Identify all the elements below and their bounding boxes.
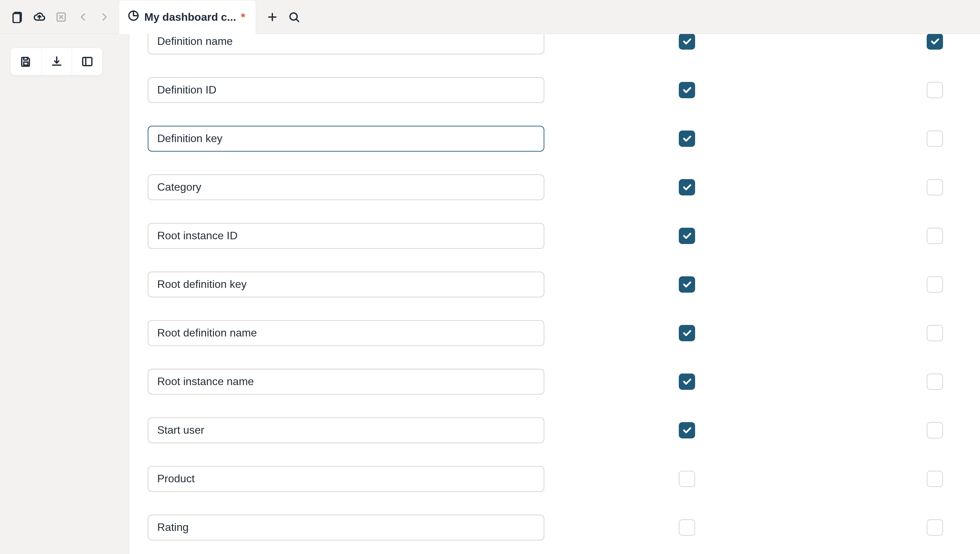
config-row: Product: [129, 454, 980, 503]
config-row: Definition key: [129, 114, 980, 163]
tab-dirty-indicator: *: [241, 11, 245, 24]
checkbox-cell-1: [544, 34, 741, 49]
checkbox-col2[interactable]: [927, 325, 943, 341]
field-label: Root definition key: [157, 278, 247, 291]
checkbox-col1[interactable]: [679, 325, 695, 341]
field-label: Product: [157, 473, 194, 485]
checkbox-cell-1: [544, 228, 741, 244]
checkbox-cell-2: [741, 131, 952, 147]
field-label: Start user: [157, 424, 204, 436]
checkbox-col2[interactable]: [927, 276, 943, 293]
checkbox-col1[interactable]: [679, 422, 695, 439]
config-row: Category: [129, 163, 980, 211]
tab-title: My dashboard c...: [144, 11, 236, 24]
config-row: Start user: [129, 406, 980, 454]
checkbox-col2[interactable]: [927, 82, 943, 98]
config-row: Root definition key: [129, 260, 980, 309]
checkbox-col2[interactable]: [927, 422, 943, 439]
field-label: Definition key: [157, 132, 223, 145]
checkbox-col1[interactable]: [679, 82, 695, 98]
checkbox-col2[interactable]: [927, 374, 943, 390]
checkbox-col1[interactable]: [679, 131, 695, 147]
field-input[interactable]: Start user: [148, 417, 544, 443]
config-row: Root instance name: [129, 357, 980, 406]
checkbox-cell-1: [544, 276, 741, 293]
pie-chart-icon: [127, 10, 140, 24]
checkbox-cell-1: [544, 422, 741, 439]
field-input[interactable]: Root instance ID: [148, 223, 544, 249]
field-input[interactable]: Rating: [148, 514, 544, 540]
config-row: Definition name: [129, 34, 980, 65]
checkbox-col1[interactable]: [679, 276, 695, 293]
save-button[interactable]: [11, 48, 41, 75]
field-label: Root instance ID: [157, 230, 238, 242]
checkbox-cell-2: [741, 179, 952, 195]
checkbox-cell-1: [544, 519, 741, 536]
checkbox-cell-2: [741, 422, 952, 439]
nav-forward-icon[interactable]: [94, 6, 115, 28]
checkbox-col2[interactable]: [927, 471, 943, 487]
checkbox-col1[interactable]: [679, 519, 695, 536]
svg-rect-1: [13, 13, 21, 22]
svg-rect-4: [24, 62, 28, 65]
checkbox-cell-1: [544, 179, 741, 195]
checkbox-col2[interactable]: [927, 228, 943, 244]
checkbox-col1[interactable]: [679, 471, 695, 487]
field-label: Definition ID: [157, 84, 216, 96]
checkbox-col2[interactable]: [927, 131, 943, 147]
toggle-panel-button[interactable]: [72, 48, 102, 75]
checkbox-cell-1: [544, 374, 741, 390]
mini-toolbar: [10, 48, 103, 75]
checkbox-col2[interactable]: [927, 519, 943, 536]
checkbox-cell-1: [544, 82, 741, 98]
config-row: Root definition name: [129, 309, 980, 357]
field-input[interactable]: Category: [148, 174, 544, 200]
sidebar: [0, 34, 129, 554]
cloud-upload-icon[interactable]: [29, 6, 50, 28]
checkbox-cell-2: [741, 228, 952, 244]
field-input[interactable]: Definition key: [148, 126, 544, 152]
checkbox-cell-1: [544, 131, 741, 147]
checkbox-col1[interactable]: [679, 179, 695, 195]
tab-bar: My dashboard c... *: [0, 0, 980, 34]
field-label: Rating: [157, 521, 189, 533]
svg-rect-5: [83, 57, 92, 65]
field-label: Root definition name: [157, 327, 257, 339]
download-button[interactable]: [41, 48, 72, 75]
checkbox-col1[interactable]: [679, 228, 695, 244]
checkbox-col1[interactable]: [679, 374, 695, 390]
config-row: Root instance ID: [129, 211, 980, 260]
checkbox-col2[interactable]: [927, 34, 943, 49]
field-input[interactable]: Root definition key: [148, 271, 544, 297]
active-tab[interactable]: My dashboard c... *: [119, 0, 256, 34]
checkbox-col1[interactable]: [679, 34, 695, 49]
drafts-icon[interactable]: [7, 6, 29, 28]
checkbox-cell-2: [741, 471, 952, 487]
checkbox-cell-2: [741, 276, 952, 293]
checkbox-col2[interactable]: [927, 179, 943, 195]
nav-back-icon[interactable]: [72, 6, 94, 28]
field-label: Category: [157, 181, 201, 193]
config-row: Definition ID: [129, 65, 980, 114]
config-row: Rating: [129, 503, 980, 552]
field-input[interactable]: Definition ID: [148, 77, 544, 103]
field-input[interactable]: Root instance name: [148, 369, 544, 394]
field-label: Definition name: [157, 35, 232, 48]
new-tab-button[interactable]: [261, 6, 283, 28]
field-label: Root instance name: [157, 375, 254, 388]
config-panel: Definition nameDefinition IDDefinition k…: [129, 34, 980, 554]
checkbox-cell-2: [741, 34, 952, 49]
checkbox-cell-2: [741, 82, 952, 98]
checkbox-cell-1: [544, 471, 741, 487]
field-input[interactable]: Product: [148, 466, 544, 492]
checkbox-cell-2: [741, 374, 952, 390]
checkbox-cell-2: [741, 519, 952, 536]
checkbox-cell-2: [741, 325, 952, 341]
field-input[interactable]: Root definition name: [148, 320, 544, 346]
close-panel-icon[interactable]: [50, 6, 72, 28]
field-input[interactable]: Definition name: [148, 34, 544, 54]
search-button[interactable]: [283, 6, 305, 28]
checkbox-cell-1: [544, 325, 741, 341]
